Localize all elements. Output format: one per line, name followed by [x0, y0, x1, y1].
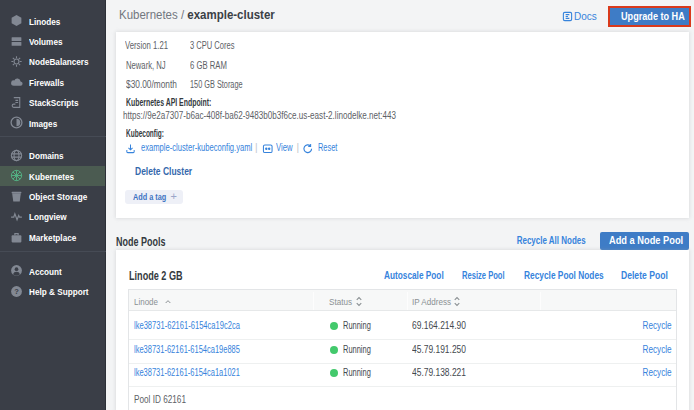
svg-text:?: ? — [14, 287, 19, 296]
